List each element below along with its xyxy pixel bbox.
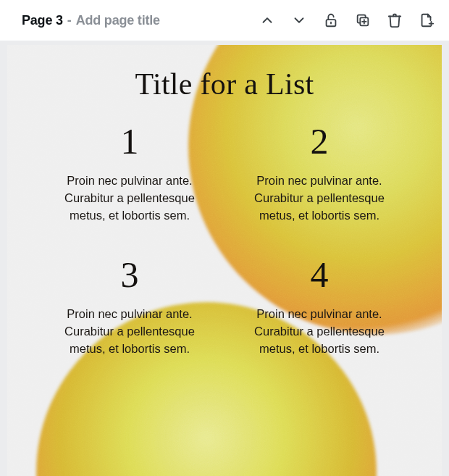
list-item-number: 1 [121, 123, 139, 159]
list-item-2[interactable]: 2 Proin nec pulvinar ante. Curabitur a p… [246, 123, 393, 225]
list-item-text: Proin nec pulvinar ante. Curabitur a pel… [57, 306, 202, 358]
list-item-text: Proin nec pulvinar ante. Curabitur a pel… [57, 172, 202, 225]
page-number-label: Page 3 [22, 13, 63, 28]
add-page-button[interactable] [417, 11, 436, 30]
unlock-icon [323, 12, 339, 28]
page-title-input[interactable]: Add page title [76, 13, 160, 28]
design-canvas[interactable]: Title for a List 1 Proin nec pulvinar an… [7, 45, 442, 476]
page-header: Page 3 - Add page title [0, 0, 449, 41]
page-title-group[interactable]: Page 3 - Add page title [22, 13, 160, 28]
list-item-number: 2 [311, 123, 329, 159]
list-item-1[interactable]: 1 Proin nec pulvinar ante. Curabitur a p… [56, 123, 203, 225]
list-item-text: Proin nec pulvinar ante. Curabitur a pel… [247, 306, 392, 358]
duplicate-button[interactable] [353, 11, 372, 30]
canvas-stage: Title for a List 1 Proin nec pulvinar an… [0, 41, 449, 476]
chevron-down-icon [291, 12, 307, 28]
trash-icon [387, 12, 403, 28]
list-title[interactable]: Title for a List [135, 67, 314, 101]
lock-button[interactable] [322, 11, 340, 30]
list-item-4[interactable]: 4 Proin nec pulvinar ante. Curabitur a p… [246, 256, 393, 358]
page-toolbar [258, 11, 436, 30]
chevron-up-icon [259, 12, 275, 28]
list-item-number: 4 [311, 256, 329, 293]
list-item-3[interactable]: 3 Proin nec pulvinar ante. Curabitur a p… [56, 256, 203, 358]
duplicate-icon [355, 12, 371, 28]
add-page-icon [419, 12, 435, 28]
list-item-text: Proin nec pulvinar ante. Curabitur a pel… [247, 172, 392, 225]
list-item-number: 3 [121, 256, 139, 293]
canvas-content: Title for a List 1 Proin nec pulvinar an… [7, 45, 442, 476]
move-down-button[interactable] [290, 11, 309, 30]
move-up-button[interactable] [258, 11, 277, 30]
delete-button[interactable] [385, 11, 404, 30]
title-separator: - [67, 13, 72, 28]
list-grid: 1 Proin nec pulvinar ante. Curabitur a p… [36, 123, 413, 358]
